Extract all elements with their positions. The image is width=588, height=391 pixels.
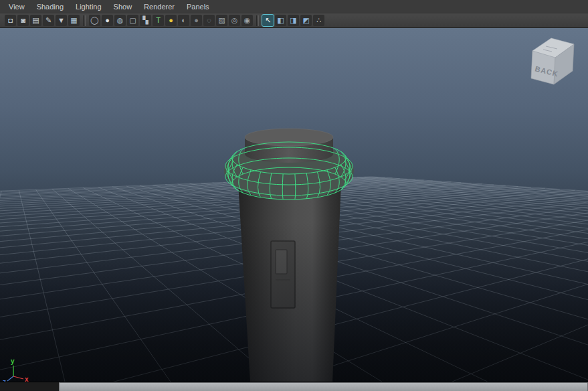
menu-show[interactable]: Show xyxy=(108,0,138,13)
menu-shading[interactable]: Shading xyxy=(31,0,70,13)
ssao-icon[interactable]: ● xyxy=(191,15,202,26)
viewport-panel-window: ViewShadingLightingShowRendererPanels ◘◙… xyxy=(0,0,588,391)
anti-aliasing-icon[interactable]: ▨ xyxy=(216,15,227,26)
grease-pencil-icon[interactable]: ✎ xyxy=(43,15,54,26)
viewport-fade xyxy=(0,28,588,382)
camera-select-icon[interactable]: ◘ xyxy=(5,15,16,26)
use-all-lights-icon[interactable]: ● xyxy=(165,15,177,26)
exposure-icon[interactable]: ◉ xyxy=(241,15,253,26)
motion-blur-icon[interactable]: ◌ xyxy=(203,15,215,26)
textured-icon[interactable]: T xyxy=(153,15,164,26)
menu-panels[interactable]: Panels xyxy=(181,0,215,13)
shadows-icon[interactable]: ◐ xyxy=(178,15,189,26)
default-material-icon[interactable]: ▚ xyxy=(140,15,151,26)
scene-cube-icon[interactable]: ◧ xyxy=(275,15,286,26)
viewport[interactable]: BACK y x z xyxy=(0,28,588,382)
smooth-shade-all-icon[interactable]: ● xyxy=(102,15,113,26)
bookmarks-icon[interactable]: ▼ xyxy=(56,15,67,26)
panel-toolbar: ◘◙▤✎▼▦◯●◍▢▚T●◐●◌▨◎◉↖◧◨◩∴ xyxy=(0,13,588,28)
bottom-bar xyxy=(0,382,588,391)
share-icon[interactable]: ∴ xyxy=(313,15,324,26)
x-axis-label: x xyxy=(25,376,29,382)
panel-menu-bar: ViewShadingLightingShowRendererPanels xyxy=(0,0,588,13)
camera-lock-icon[interactable]: ◙ xyxy=(17,15,29,26)
menu-view[interactable]: View xyxy=(3,0,31,13)
flat-shade-icon[interactable]: ◍ xyxy=(114,15,126,26)
camera-attributes-icon[interactable]: ▤ xyxy=(30,15,41,26)
menu-renderer[interactable]: Renderer xyxy=(138,0,181,13)
z-axis-label: z xyxy=(3,378,6,382)
scene: BACK y x z xyxy=(0,28,588,382)
isolate-select-icon[interactable]: ↖ xyxy=(262,15,274,26)
bounding-box-icon[interactable]: ▢ xyxy=(127,15,138,26)
menu-lighting[interactable]: Lighting xyxy=(70,0,108,13)
xray-cube-icon[interactable]: ◨ xyxy=(288,15,299,26)
scrollbar-corner xyxy=(0,382,59,391)
toolbar-separator xyxy=(83,15,86,26)
image-plane-icon[interactable]: ▦ xyxy=(68,15,80,26)
toolbar-separator xyxy=(256,15,259,26)
y-axis-label: y xyxy=(11,358,15,365)
horizontal-scrollbar[interactable] xyxy=(59,382,588,391)
instance-cube-icon[interactable]: ◩ xyxy=(300,15,312,26)
depth-of-field-icon[interactable]: ◎ xyxy=(229,15,240,26)
wireframe-icon[interactable]: ◯ xyxy=(89,15,100,26)
